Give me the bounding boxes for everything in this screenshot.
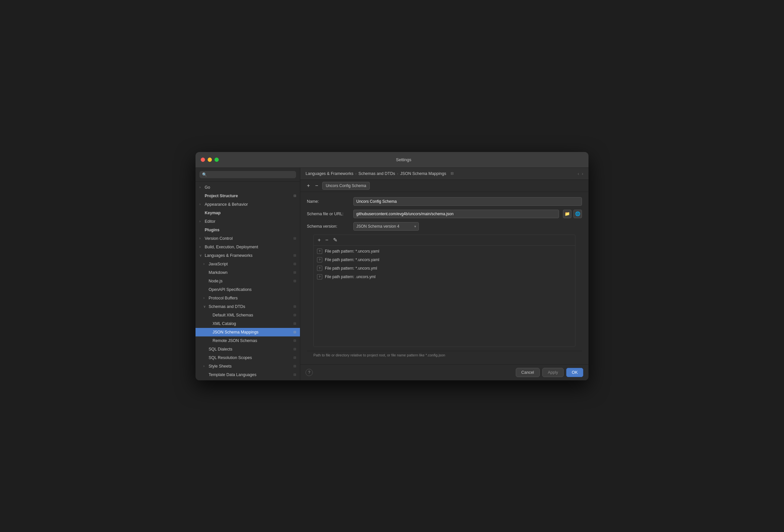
remove-pattern-button[interactable]: − xyxy=(324,237,330,243)
status-bar: Path to file or directory relative to pr… xyxy=(307,351,582,359)
ok-button[interactable]: OK xyxy=(566,368,583,377)
breadcrumb-languages-frameworks[interactable]: Languages & Frameworks xyxy=(306,171,353,176)
schema-version-label: Schema version: xyxy=(307,224,349,229)
chevron-right-icon: › xyxy=(203,262,207,266)
sidebar-item-build-execution[interactable]: › Build, Execution, Deployment xyxy=(196,243,300,251)
sidebar-item-nodejs[interactable]: Node.js ⊟ xyxy=(196,277,300,285)
pattern-item-2[interactable]: ? File path pattern: *.uncors.yaml xyxy=(314,255,575,264)
sidebar-item-label: Style Sheets xyxy=(208,364,231,368)
settings-icon: ⊟ xyxy=(293,262,296,266)
add-schema-button[interactable]: + xyxy=(306,183,311,189)
name-input[interactable] xyxy=(353,197,582,206)
breadcrumb-sep-1: › xyxy=(355,172,357,175)
schema-name-button[interactable]: Uncors Config Schema xyxy=(322,182,370,190)
pattern-item-4[interactable]: ? File path pattern: .uncors.yml xyxy=(314,273,575,281)
sidebar-item-protocol-buffers[interactable]: › Protocol Buffers xyxy=(196,294,300,302)
sidebar-item-label: SQL Dialects xyxy=(208,347,232,352)
nav-forward-button[interactable]: › xyxy=(582,171,583,176)
sidebar-item-default-xml[interactable]: Default XML Schemas ⊟ xyxy=(196,311,300,319)
sidebar-item-appearance-behavior[interactable]: › Appearance & Behavior xyxy=(196,200,300,209)
browse-file-button[interactable]: 📁 xyxy=(563,209,571,218)
sidebar-item-schemas-dtds[interactable]: ∨ Schemas and DTDs ⊟ xyxy=(196,302,300,311)
sidebar-item-xml-catalog[interactable]: XML Catalog ⊟ xyxy=(196,319,300,328)
chevron-right-icon: › xyxy=(199,245,203,249)
minimize-button[interactable] xyxy=(207,158,212,162)
pattern-text: File path pattern: *.uncors.yaml xyxy=(325,249,379,254)
sidebar-item-sql-resolution[interactable]: SQL Resolution Scopes ⊟ xyxy=(196,354,300,362)
sidebar-item-go[interactable]: › Go xyxy=(196,183,300,192)
chevron-right-icon: › xyxy=(199,186,203,189)
settings-icon: ⊟ xyxy=(293,364,296,368)
sidebar-item-label: Node.js xyxy=(208,279,222,283)
sidebar-item-style-sheets[interactable]: › Style Sheets ⊟ xyxy=(196,362,300,370)
globe-icon: 🌐 xyxy=(575,211,580,216)
sidebar-item-keymap[interactable]: Keymap xyxy=(196,209,300,217)
settings-icon: ⊟ xyxy=(293,373,296,376)
sidebar-item-languages-frameworks[interactable]: ∨ Languages & Frameworks ⊟ xyxy=(196,251,300,260)
sidebar-item-label: Template Data Languages xyxy=(208,372,256,377)
sidebar-item-label: XML Catalog xyxy=(213,321,236,326)
sidebar-item-sql-dialects[interactable]: SQL Dialects ⊟ xyxy=(196,345,300,354)
search-input[interactable] xyxy=(209,172,293,177)
schema-version-wrapper: JSON Schema version 4 JSON Schema versio… xyxy=(353,222,419,231)
sidebar-item-plugins[interactable]: Plugins xyxy=(196,226,300,234)
sidebar-item-label: Schemas and DTDs xyxy=(208,304,245,309)
chevron-right-icon: › xyxy=(199,236,203,240)
search-icon: 🔍 xyxy=(202,172,207,177)
breadcrumb-bar: Languages & Frameworks › Schemas and DTD… xyxy=(300,168,588,180)
settings-icon: ⊟ xyxy=(293,339,296,342)
pattern-text: File path pattern: *.uncors.yaml xyxy=(325,257,379,262)
name-label: Name: xyxy=(307,199,349,204)
pattern-file-icon: ? xyxy=(317,257,322,262)
sidebar-list: › Go Project Structure ⊟ › Appearance & … xyxy=(196,182,300,380)
sidebar-item-label: Protocol Buffers xyxy=(208,296,238,300)
settings-icon: ⊟ xyxy=(293,356,296,359)
pattern-text: File path pattern: .uncors.yml xyxy=(325,275,375,279)
pattern-text: File path pattern: *.uncors.yml xyxy=(325,266,377,271)
sidebar-item-json-schema-mappings[interactable]: JSON Schema Mappings ⊟ xyxy=(196,328,300,336)
sidebar: 🔍 › Go Project Structure ⊟ › xyxy=(196,168,300,380)
maximize-button[interactable] xyxy=(215,158,219,162)
sidebar-item-javascript[interactable]: › JavaScript ⊟ xyxy=(196,260,300,268)
settings-window: Settings 🔍 › Go Project Structure xyxy=(196,152,588,380)
apply-button[interactable]: Apply xyxy=(542,368,564,377)
sidebar-item-remote-json-schemas[interactable]: Remote JSON Schemas ⊟ xyxy=(196,336,300,345)
sidebar-item-version-control[interactable]: › Version Control ⊟ xyxy=(196,234,300,243)
pattern-file-icon: ? xyxy=(317,274,322,279)
nav-back-button[interactable]: ‹ xyxy=(578,171,579,176)
search-wrapper[interactable]: 🔍 xyxy=(199,171,296,178)
remove-schema-button[interactable]: − xyxy=(314,183,319,189)
sidebar-item-openapi[interactable]: OpenAPI Specifications xyxy=(196,285,300,294)
sidebar-item-markdown[interactable]: Markdown ⊟ xyxy=(196,268,300,277)
sidebar-item-project-structure[interactable]: Project Structure ⊟ xyxy=(196,192,300,200)
schema-version-select[interactable]: JSON Schema version 4 JSON Schema versio… xyxy=(353,222,419,231)
pattern-item-3[interactable]: ? File path pattern: *.uncors.yml xyxy=(314,264,575,273)
sidebar-item-label: Languages & Frameworks xyxy=(205,253,252,258)
pattern-item-1[interactable]: ? File path pattern: *.uncors.yaml xyxy=(314,247,575,255)
sidebar-item-editor[interactable]: › Editor xyxy=(196,217,300,226)
add-pattern-button[interactable]: + xyxy=(316,237,322,243)
sidebar-item-label: Default XML Schemas xyxy=(213,313,253,317)
close-button[interactable] xyxy=(201,158,205,162)
edit-pattern-button[interactable]: ✎ xyxy=(332,237,339,243)
settings-icon: ⊟ xyxy=(293,322,296,325)
sidebar-item-label: Appearance & Behavior xyxy=(205,202,248,207)
browse-web-button[interactable]: 🌐 xyxy=(573,209,582,218)
breadcrumb-schemas-dtds[interactable]: Schemas and DTDs xyxy=(359,171,395,176)
sidebar-item-template-data[interactable]: Template Data Languages ⊟ xyxy=(196,370,300,379)
settings-icon: ⊟ xyxy=(293,271,296,274)
pattern-file-icon: ? xyxy=(317,266,322,271)
help-button[interactable]: ? xyxy=(306,369,313,376)
window-title: Settings xyxy=(224,157,583,162)
sidebar-item-label: Build, Execution, Deployment xyxy=(205,245,258,249)
sidebar-item-label: JSON Schema Mappings xyxy=(213,330,258,334)
schema-url-label: Schema file or URL: xyxy=(307,212,349,216)
main-content: 🔍 › Go Project Structure ⊟ › xyxy=(196,168,588,380)
sidebar-item-label: Markdown xyxy=(208,270,228,275)
schema-url-input[interactable] xyxy=(353,209,559,218)
breadcrumb-sep-2: › xyxy=(397,172,398,175)
sidebar-item-label: Go xyxy=(205,185,210,190)
settings-icon: ⊟ xyxy=(293,194,296,198)
cancel-button[interactable]: Cancel xyxy=(516,368,540,377)
breadcrumb-json-schema-mappings[interactable]: JSON Schema Mappings xyxy=(400,171,446,176)
